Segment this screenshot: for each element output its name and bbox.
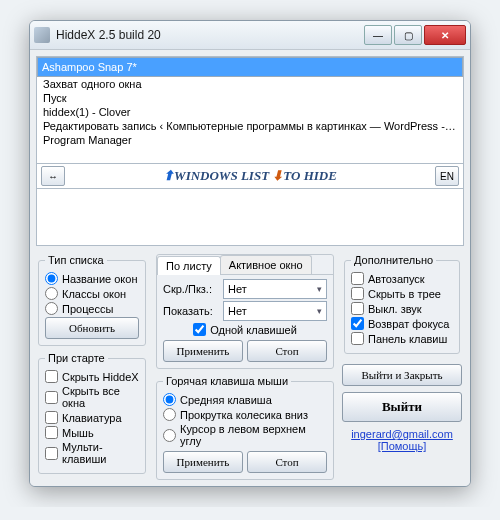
chk-autostart[interactable]: Автозапуск: [351, 272, 453, 285]
chk-mute[interactable]: Выкл. звук: [351, 302, 453, 315]
tab-by-list[interactable]: По листу: [157, 256, 221, 275]
chk-mouse[interactable]: Мышь: [45, 426, 139, 439]
chk-key-panel[interactable]: Панель клавиш: [351, 332, 453, 345]
stop-button[interactable]: Стоп: [247, 340, 327, 362]
chk-keyboard[interactable]: Клавиатура: [45, 411, 139, 424]
mouse-hotkey-legend: Горячая клавиша мыши: [163, 375, 291, 387]
tab-active-window[interactable]: Активное окно: [220, 255, 312, 274]
list-item[interactable]: Ashampoo Snap 7*: [37, 57, 463, 77]
chk-hide-hiddex[interactable]: Скрыть HiddeX: [45, 370, 139, 383]
email-link[interactable]: ingerard@gmail.com: [351, 428, 453, 440]
hide-show-select[interactable]: Нет▾: [223, 279, 327, 299]
list-type-group: Тип списка Название окон Классы окон Про…: [38, 254, 146, 346]
at-start-legend: При старте: [45, 352, 108, 364]
maximize-button[interactable]: ▢: [394, 25, 422, 45]
windows-list[interactable]: Ashampoo Snap 7* Захват одного окна Пуск…: [36, 56, 464, 164]
app-icon: [34, 27, 50, 43]
chk-hide-tray[interactable]: Скрыть в трее: [351, 287, 453, 300]
show-select[interactable]: Нет▾: [223, 301, 327, 321]
exit-and-close-button[interactable]: Выйти и Закрыть: [342, 364, 462, 386]
radio-cursor-corner[interactable]: Курсор в левом верхнем углу: [163, 423, 327, 447]
window-title: HiddeX 2.5 build 20: [56, 28, 364, 42]
list-item[interactable]: hiddex(1) - Clover: [37, 105, 463, 119]
chevron-down-icon: ▾: [317, 284, 322, 294]
center-group: По листу Активное окно Скр./Пкз.: Нет▾ П…: [156, 254, 334, 369]
hide-list[interactable]: [36, 189, 464, 246]
close-button[interactable]: ✕: [424, 25, 466, 45]
list-type-legend: Тип списка: [45, 254, 107, 266]
refresh-button[interactable]: Обновить: [45, 317, 139, 339]
hide-show-label: Скр./Пкз.:: [163, 283, 219, 295]
radio-middle-button[interactable]: Средняя клавиша: [163, 393, 327, 406]
radio-processes[interactable]: Процессы: [45, 302, 139, 315]
radio-wheel-down[interactable]: Прокрутка колесика вниз: [163, 408, 327, 421]
list-item[interactable]: Program Manager: [37, 133, 463, 147]
chevron-down-icon: ▾: [317, 306, 322, 316]
radio-window-classes[interactable]: Классы окон: [45, 287, 139, 300]
list-item[interactable]: Пуск: [37, 91, 463, 105]
extras-group: Дополнительно Автозапуск Скрыть в трее В…: [344, 254, 460, 354]
list-item[interactable]: Захват одного окна: [37, 77, 463, 91]
expand-horizontal-icon[interactable]: ↔: [41, 166, 65, 186]
language-button[interactable]: EN: [435, 166, 459, 186]
chk-hide-all[interactable]: Скрыть все окна: [45, 385, 139, 409]
mouse-stop-button[interactable]: Стоп: [247, 451, 327, 473]
minimize-button[interactable]: —: [364, 25, 392, 45]
chk-one-key[interactable]: Одной клавишей: [163, 323, 327, 336]
at-start-group: При старте Скрыть HiddeX Скрыть все окна…: [38, 352, 146, 474]
titlebar: HiddeX 2.5 build 20 — ▢ ✕: [30, 21, 470, 50]
banner-label: ⬆WINDOWS LIST ⬇TO HIDE: [65, 168, 435, 184]
chk-return-focus[interactable]: Возврат фокуса: [351, 317, 453, 330]
mouse-hotkey-group: Горячая клавиша мыши Средняя клавиша Про…: [156, 375, 334, 480]
help-link[interactable]: [Помощь]: [378, 440, 427, 452]
mouse-apply-button[interactable]: Применить: [163, 451, 243, 473]
list-item[interactable]: Редактировать запись ‹ Компьютерные прог…: [37, 119, 463, 133]
chk-multikeys[interactable]: Мульти-клавиши: [45, 441, 139, 465]
extras-legend: Дополнительно: [351, 254, 436, 266]
radio-window-names[interactable]: Название окон: [45, 272, 139, 285]
exit-button[interactable]: Выйти: [342, 392, 462, 422]
apply-button[interactable]: Применить: [163, 340, 243, 362]
show-label: Показать:: [163, 305, 219, 317]
